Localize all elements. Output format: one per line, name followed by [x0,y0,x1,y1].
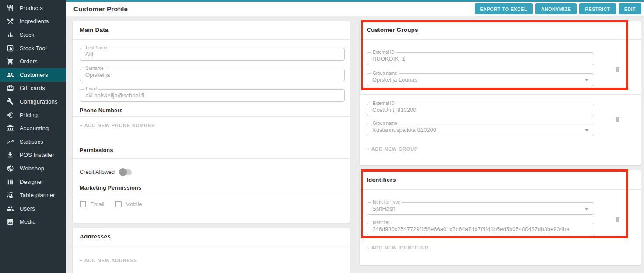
delete-identifier-button[interactable] [613,215,622,224]
group-external-id-field[interactable]: External ID CostUnit_810200 [367,104,594,116]
sidebar-item-products[interactable]: Products [0,1,66,15]
surname-label: Surname [84,66,105,71]
users-icon [7,205,14,212]
sidebar-item-label: Designer [20,179,43,185]
email-field[interactable]: Email aki.opiskelija@school.fi [80,89,345,102]
add-phone-number-button[interactable]: + ADD NEW PHONE NUMBER [80,123,155,128]
group-name-value: Opiskelija Lounas [367,74,594,86]
marketing-email-label: Email [90,201,105,207]
divider [360,94,640,95]
dropdown-caret-icon [585,129,588,131]
checkbox-unchecked-icon[interactable] [80,201,86,207]
table-planner-icon [7,191,14,199]
divider [73,195,350,195]
sidebar-item-ingredients[interactable]: Ingredients [0,15,66,28]
credit-allowed-label: Credit Allowed [80,169,115,175]
phone-numbers-title: Phone Numbers [80,107,122,114]
sidebar-item-label: Configurations [20,98,58,105]
first-name-value: Aki [80,48,344,60]
first-name-field[interactable]: First Name Aki [80,48,345,61]
dropdown-caret-icon [585,208,588,210]
main-data-title: Main Data [80,27,108,33]
divider [360,189,640,190]
sidebar-item-stock[interactable]: Stock [0,28,66,41]
credit-allowed-row: Credit Allowed [80,169,132,175]
sidebar-item-label: Users [20,205,35,212]
sidebar-item-designer[interactable]: Designer [0,175,66,189]
anonymize-button[interactable]: ANONYMIZE [536,3,577,14]
identifier-type-select[interactable]: Identifier Type SsnHash [367,202,594,215]
permissions-title: Permissions [80,147,113,153]
surname-field[interactable]: Surname Opiskelija [80,69,345,81]
email-label: Email [84,86,98,91]
marketing-email-option[interactable]: Email [80,201,105,207]
sidebar-item-label: Gift cards [20,85,45,91]
stock-tool-icon [7,45,14,52]
customer-profile-page: Products Ingredients Stock Stock Tool Or… [0,0,644,273]
sidebar-item-gift-cards[interactable]: Gift cards [0,82,66,95]
sidebar-item-label: Stock Tool [20,45,47,52]
group-external-id-field[interactable]: External ID RUOKOIK_1 [367,52,594,65]
sidebar-item-label: Webshop [20,165,44,172]
trash-icon [614,216,621,223]
group-name-select[interactable]: Group name Opiskelija Lounas [367,73,594,86]
export-to-excel-button[interactable]: EXPORT TO EXCEL [475,3,533,14]
toggle-knob-icon [119,168,127,176]
webshop-icon [7,165,14,172]
sidebar-item-users[interactable]: Users [0,202,66,215]
sidebar-item-label: Accounting [20,125,49,131]
addresses-title: Addresses [80,233,111,240]
delete-group-button[interactable] [613,116,622,124]
sidebar-item-accounting[interactable]: Accounting [0,121,66,135]
add-address-button[interactable]: + ADD NEW ADDRESS [80,258,137,263]
credit-allowed-toggle[interactable] [120,169,132,175]
identifier-value: 346d930c2547729f158e66a01c7b64a74d7f4f41… [367,223,594,235]
sidebar-item-statistics[interactable]: Statistics [0,135,66,149]
sidebar: Products Ingredients Stock Stock Tool Or… [0,0,66,273]
checkbox-unchecked-icon[interactable] [115,201,122,207]
external-id-value: RUOKOIK_1 [367,53,594,65]
sidebar-item-media[interactable]: Media [0,215,66,229]
designer-icon [7,178,14,186]
divider [360,39,640,40]
sidebar-item-pos-installer[interactable]: POS Installer [0,149,66,162]
identifier-field[interactable]: Identifier 346d930c2547729f158e66a01c7b6… [367,223,594,235]
restrict-button[interactable]: RESTRICT [579,3,616,14]
addresses-card: Addresses + ADD NEW ADDRESS [73,228,350,273]
sidebar-item-label: Stock [20,31,35,38]
external-id-value: CostUnit_810200 [367,104,594,116]
header-bar: Customer Profile EXPORT TO EXCEL ANONYMI… [66,2,644,16]
group-name-select[interactable]: Group name Kustannuspaikka 810200 [367,124,594,136]
sidebar-item-orders[interactable]: Orders [0,55,66,68]
sidebar-item-stock-tool[interactable]: Stock Tool [0,41,66,55]
marketing-mobile-option[interactable]: Mobile [115,201,142,207]
edit-button[interactable]: EDIT [619,3,641,14]
delete-group-button[interactable] [613,66,622,74]
group-name-label: Group name [371,71,399,76]
email-value: aki.opiskelija@school.fi [80,90,344,101]
divider [73,39,350,40]
sidebar-item-pricing[interactable]: Pricing [0,108,66,122]
surname-value: Opiskelija [80,69,344,81]
trash-icon [614,116,621,123]
sidebar-item-label: Statistics [20,138,43,145]
sidebar-item-label: Pricing [20,112,38,118]
sidebar-item-label: Media [20,218,35,225]
customers-icon [7,71,14,79]
sidebar-item-label: Table planner [20,192,55,198]
identifier-type-label: Identifier Type [371,200,402,204]
divider [73,116,350,117]
add-group-button[interactable]: + ADD NEW GROUP [367,146,418,152]
sidebar-item-configurations[interactable]: Configurations [0,95,66,108]
sidebar-item-label: Ingredients [20,18,49,24]
divider [73,158,350,159]
products-icon [7,4,14,12]
sidebar-item-webshop[interactable]: Webshop [0,162,66,175]
add-identifier-button[interactable]: + ADD NEW IDENTIFIER [367,245,429,250]
marketing-options-row: Email Mobile [80,201,142,207]
sidebar-item-customers[interactable]: Customers [0,68,66,82]
identifier-label: Identifier [371,220,391,225]
sidebar-item-table-planner[interactable]: Table planner [0,188,66,202]
marketing-permissions-title: Marketing Permissions [80,185,141,191]
gift-cards-icon [7,84,14,92]
